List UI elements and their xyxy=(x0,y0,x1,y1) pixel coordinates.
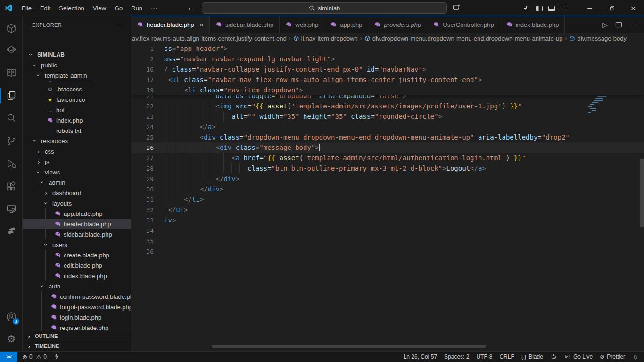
accounts-icon[interactable]: 1 xyxy=(0,305,23,328)
tree-item-index-php[interactable]: index.php xyxy=(23,115,131,125)
tree-item-js[interactable]: ›js xyxy=(23,156,131,167)
code-line-33[interactable]: 33iv> xyxy=(131,215,644,225)
close-tab-icon[interactable]: × xyxy=(199,21,203,29)
status-go-live[interactable]: Go Live xyxy=(564,354,593,360)
package-icon[interactable] xyxy=(0,17,23,40)
tree-item-partial[interactable] xyxy=(23,81,131,84)
code-line-16[interactable]: 16/ class="navbar-collapse justify-conte… xyxy=(131,64,644,74)
settings-gear-icon[interactable]: ⚙ xyxy=(0,327,23,350)
status-encoding[interactable]: UTF-8 xyxy=(476,354,492,360)
menu-edit[interactable]: Edit xyxy=(36,3,55,13)
status-indentation[interactable]: Spaces: 2 xyxy=(444,354,469,360)
code-line-30[interactable]: 30</div> xyxy=(131,184,644,194)
tree-item-users[interactable]: ›users xyxy=(23,239,131,250)
status-copilot[interactable] xyxy=(550,354,557,360)
horizontal-scrollbar[interactable] xyxy=(212,345,486,348)
explorer-more-actions[interactable]: ⋯ xyxy=(118,21,125,29)
tree-item-siminlab[interactable]: ›SIMINLAB xyxy=(23,49,131,60)
remote-indicator[interactable]: >< xyxy=(0,352,17,362)
sticky-scroll[interactable]: 1ss="app-header">2ass="navbar navbar-exp… xyxy=(131,43,644,95)
tree-item-views[interactable]: ›views xyxy=(23,167,131,177)
timeline-section-header[interactable]: › TIMELINE xyxy=(23,341,131,351)
code-line-34[interactable]: 34 xyxy=(131,225,644,236)
tab-app-php[interactable]: app.php xyxy=(324,16,368,33)
source-control-icon[interactable] xyxy=(0,130,23,152)
code-line-23[interactable]: 23alt="" width="35" height="35" class="r… xyxy=(131,111,644,122)
toggle-panel-icon[interactable] xyxy=(548,5,555,12)
code-line-27[interactable]: 27<a href="{{ asset('template-admin/src/… xyxy=(131,153,644,163)
outline-section-header[interactable]: › OUTLINE xyxy=(23,331,131,341)
breadcrumb-item[interactable]: div.dropdown-menu.dropdown-menu-end.drop… xyxy=(364,35,563,42)
status-prettier[interactable]: ⊘Prettier xyxy=(600,354,625,360)
tab-index-blade-php[interactable]: index.blade.php xyxy=(500,16,565,33)
tab-header-blade-php[interactable]: header.blade.php× xyxy=(131,16,210,33)
book-icon[interactable] xyxy=(0,62,23,84)
menu-run[interactable]: Run xyxy=(127,3,147,13)
code-line-32[interactable]: 32</ul> xyxy=(131,205,644,215)
copilot-icon[interactable] xyxy=(452,3,461,12)
tree-item-public[interactable]: ›public xyxy=(23,60,131,70)
tab-usercontroller-php[interactable]: UserController.php xyxy=(427,16,500,33)
tree-item-layouts[interactable]: ›layouts xyxy=(23,198,131,208)
tree-item--htaccess[interactable]: ⚙.htaccess xyxy=(23,84,131,94)
tab-web-php[interactable]: web.php xyxy=(280,16,324,33)
monkey-icon[interactable] xyxy=(0,38,23,61)
tree-item-header-blade-php[interactable]: header.blade.php xyxy=(23,219,131,229)
breadcrumb-item[interactable]: av.flex-row.ms-auto.align-items-center.j… xyxy=(132,35,287,42)
split-editor-icon[interactable] xyxy=(615,21,622,28)
remote-icon[interactable] xyxy=(0,197,23,220)
vertical-scrollbar-thumb[interactable] xyxy=(640,159,644,227)
tree-item-auth[interactable]: ›auth xyxy=(23,281,131,291)
tree-item-favicon-ico[interactable]: ★favicon.ico xyxy=(23,94,131,105)
close-window-button[interactable]: ✕ xyxy=(622,0,644,16)
tree-item-edit-blade-php[interactable]: edit.blade.php xyxy=(23,260,131,271)
search-icon[interactable] xyxy=(0,107,23,129)
status-notifications[interactable] xyxy=(632,354,638,360)
tree-item-template-admin[interactable]: ›template-admin xyxy=(23,70,131,81)
tree-item-dashboard[interactable]: ›dashboard xyxy=(23,188,131,198)
tab-providers-php[interactable]: providers.php xyxy=(368,16,427,33)
code-line-26[interactable]: 26<div class="message-body"> xyxy=(131,142,644,153)
code-line-2[interactable]: 2ass="navbar navbar-expand-lg navbar-lig… xyxy=(131,54,644,64)
tree-item-robots-txt[interactable]: ≡robots.txt xyxy=(23,125,131,136)
extensions-icon[interactable] xyxy=(0,175,23,198)
status-eol[interactable]: CRLF xyxy=(499,354,514,360)
status-language-mode[interactable]: { }Blade xyxy=(521,354,543,360)
menu-go[interactable]: Go xyxy=(110,3,127,13)
menu-selection[interactable]: Selection xyxy=(55,3,88,13)
code-line-24[interactable]: 24</a> xyxy=(131,122,644,132)
tree-item-hot[interactable]: ≡hot xyxy=(23,105,131,115)
code-line-1[interactable]: 1ss="app-header"> xyxy=(131,43,644,54)
tree-item-login-blade-php[interactable]: login.blade.php xyxy=(23,312,131,322)
code-line-35[interactable]: 35 xyxy=(131,236,644,246)
command-center-search[interactable]: siminlab xyxy=(202,2,447,14)
menu-more[interactable]: ⋯ xyxy=(147,3,161,13)
tab-sidebar-blade-php[interactable]: sidebar.blade.php xyxy=(210,16,280,33)
run-file-button[interactable]: ▷ xyxy=(602,21,608,29)
tree-item-resources[interactable]: ›resources xyxy=(23,136,131,146)
code-editor[interactable]: 21data-bs-toggle="dropdown" aria-expande… xyxy=(131,43,644,351)
debug-icon[interactable] xyxy=(0,152,23,175)
code-line-29[interactable]: 29</div> xyxy=(131,173,644,184)
tree-item-index-blade-php[interactable]: index.blade.php xyxy=(23,271,131,281)
code-line-19[interactable]: 19<li class="nav-item dropdown"> xyxy=(131,85,644,95)
maximize-button[interactable] xyxy=(601,0,622,16)
files-icon[interactable] xyxy=(0,84,23,107)
status-cursor-position[interactable]: Ln 26, Col 57 xyxy=(404,354,437,360)
tree-item-confirm-password-blade-php[interactable]: confirm-password.blade.php xyxy=(23,291,131,302)
tree-item-create-blade-php[interactable]: create.blade.php xyxy=(23,250,131,260)
breadcrumb-item[interactable]: div.message-body xyxy=(569,35,627,42)
code-line-25[interactable]: 25<div class="dropdown-menu dropdown-men… xyxy=(131,132,644,142)
code-line-31[interactable]: 31</li> xyxy=(131,194,644,205)
breadcrumb-item[interactable]: li.nav-item.dropdown xyxy=(293,35,358,42)
menu-view[interactable]: View xyxy=(89,3,110,13)
code-line-17[interactable]: 17<ul class="navbar-nav flex-row ms-auto… xyxy=(131,74,644,85)
tree-item-app-blade-php[interactable]: app.blade.php xyxy=(23,208,131,219)
toggle-secondary-sidebar-icon[interactable] xyxy=(560,5,568,12)
lightning-icon[interactable] xyxy=(53,354,59,360)
toggle-primary-sidebar-icon[interactable] xyxy=(536,5,543,12)
tree-item-css[interactable]: ›css xyxy=(23,146,131,156)
tree-item-forgot-password-blade-php[interactable]: forgot-password.blade.php xyxy=(23,302,131,312)
tree-item-sidebar-blade-php[interactable]: sidebar.blade.php xyxy=(23,229,131,239)
problems-indicator[interactable]: ⊗ 0 ⚠ 0 xyxy=(22,354,47,361)
